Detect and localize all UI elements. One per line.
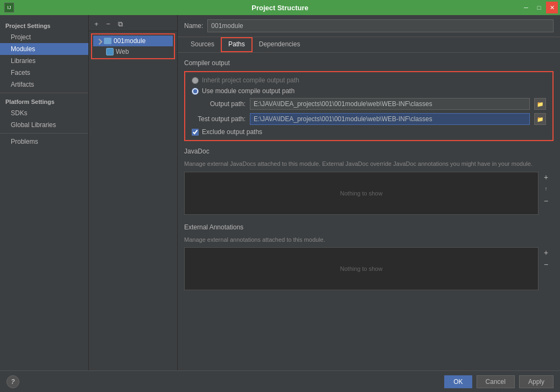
external-annotations-list: Nothing to show [184,247,538,290]
output-path-row: Output path: 📁 [192,98,546,110]
window-controls: ─ □ ✕ [520,2,558,13]
external-annotations-description: Manage external annotations attached to … [184,235,554,244]
module-item-001module[interactable]: 001module [93,36,173,46]
javadoc-section: JavaDoc Manage external JavaDocs attache… [184,148,554,215]
cancel-button[interactable]: Cancel [477,375,515,388]
external-annotations-actions: + − [541,247,551,270]
sidebar-item-problems[interactable]: Problems [0,136,88,148]
exclude-checkbox-label: Exclude output paths [202,128,262,136]
sidebar-item-libraries[interactable]: Libraries [0,55,88,67]
sidebar-item-modules[interactable]: Modules [0,43,88,55]
javadoc-list-container: Nothing to show + ↑ − [184,172,538,215]
use-module-radio-label: Use module compile output path [202,87,295,95]
external-annotations-empty-label: Nothing to show [340,265,383,272]
output-path-browse-button[interactable]: 📁 [534,98,546,110]
remove-module-button[interactable]: − [103,19,114,30]
content-scroll: Compiler output Inherit project compile … [178,53,560,370]
name-label: Name: [184,22,203,30]
module-item-web[interactable]: Web [93,46,173,57]
help-button[interactable]: ? [6,375,19,388]
tabs-row: Sources Paths Dependencies [178,37,560,53]
bottom-right-buttons: OK Cancel Apply [444,375,554,388]
exclude-checkbox-row: Exclude output paths [192,128,546,136]
platform-settings-heading: Platform Settings [0,95,88,107]
project-settings-heading: Project Settings [0,19,88,31]
tab-paths[interactable]: Paths [221,37,253,52]
javadoc-remove-button[interactable]: − [541,195,551,206]
external-annotations-list-container: Nothing to show + − [184,247,538,290]
module-selection-box: 001module Web [91,33,175,59]
module-tree: + − ⧉ 001module Web [89,15,178,370]
inherit-radio[interactable] [192,77,199,84]
exclude-checkbox[interactable] [192,129,199,136]
use-module-radio-row: Use module compile output path [192,87,546,95]
add-module-button[interactable]: + [91,19,102,30]
maximize-button[interactable]: □ [533,2,545,13]
test-output-path-label: Test output path: [192,115,246,123]
name-row: Name: [178,15,560,37]
use-module-radio[interactable] [192,88,199,95]
folder-icon [104,38,111,44]
content-area: Name: Sources Paths Dependencies Compile… [178,15,560,370]
sidebar-item-artifacts[interactable]: Artifacts [0,79,88,90]
main-container: Project Settings Project Modules Librari… [0,15,560,370]
test-output-path-input[interactable] [250,113,530,125]
web-icon [106,48,114,55]
minimize-button[interactable]: ─ [520,2,532,13]
sidebar: Project Settings Project Modules Librari… [0,15,89,370]
output-path-label: Output path: [192,100,246,108]
javadoc-description: Manage external JavaDocs attached to thi… [184,159,554,169]
close-button[interactable]: ✕ [546,2,558,13]
sidebar-item-facets[interactable]: Facets [0,67,88,79]
app-icon: IJ [4,3,14,12]
sidebar-item-global-libraries[interactable]: Global Libraries [0,119,88,131]
tab-dependencies[interactable]: Dependencies [253,37,307,52]
javadoc-add-button[interactable]: + [541,172,551,183]
name-input[interactable] [207,19,554,32]
external-annotations-section: External Annotations Manage external ann… [184,223,554,291]
javadoc-empty-label: Nothing to show [340,190,383,197]
external-annotations-title: External Annotations [184,223,554,231]
sidebar-item-project[interactable]: Project [0,31,88,43]
module-toolbar: + − ⧉ [89,17,177,31]
test-output-path-row: Test output path: 📁 [192,113,546,125]
javadoc-actions: + ↑ − [541,172,551,206]
sidebar-divider-2 [0,133,88,134]
ok-button[interactable]: OK [444,375,472,388]
inherit-radio-row: Inherit project compile output path [192,76,546,84]
javadoc-title: JavaDoc [184,148,554,155]
bottom-bar: ? OK Cancel Apply [0,370,560,392]
test-output-path-browse-button[interactable]: 📁 [534,113,546,125]
javadoc-list: Nothing to show [184,172,538,215]
external-annotations-remove-button[interactable]: − [541,259,551,270]
external-annotations-add-button[interactable]: + [541,247,551,258]
sidebar-item-sdks[interactable]: SDKs [0,107,88,119]
copy-module-button[interactable]: ⧉ [115,19,125,30]
output-path-input[interactable] [250,98,530,110]
javadoc-move-button[interactable]: ↑ [541,184,551,194]
title-bar: IJ Project Structure ─ □ ✕ [0,0,560,15]
tab-sources[interactable]: Sources [184,37,221,52]
sidebar-divider [0,93,88,93]
chevron-icon [96,39,102,45]
inherit-radio-label: Inherit project compile output path [202,76,299,84]
window-title: Project Structure [251,4,308,12]
apply-button[interactable]: Apply [519,375,554,388]
compiler-output-box: Inherit project compile output path Use … [184,71,554,141]
compiler-output-title: Compiler output [184,59,554,67]
